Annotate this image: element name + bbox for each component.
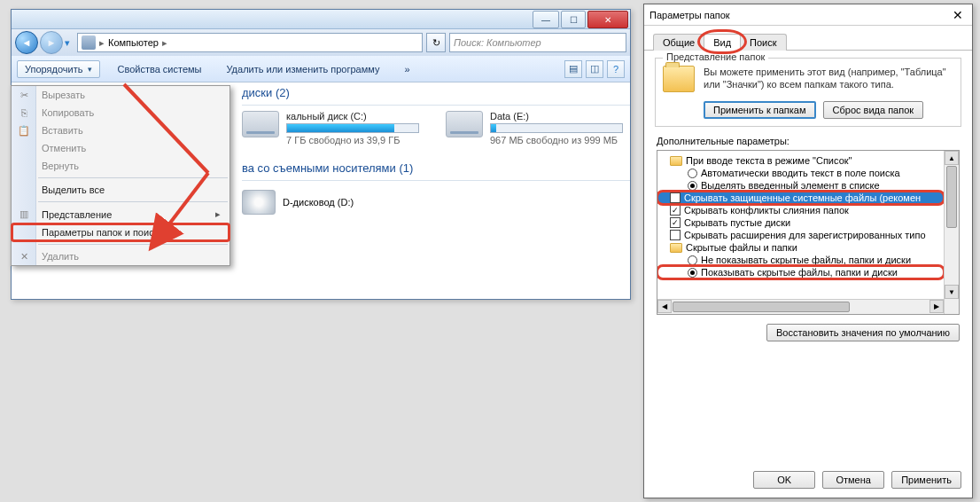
computer-icon xyxy=(82,35,96,50)
tree-group-hidden: Скрытые файлы и папки xyxy=(657,241,944,254)
cut-icon: ✂ xyxy=(17,88,31,102)
paste-icon: 📋 xyxy=(17,123,31,137)
uninstall-program-button[interactable]: Удалить или изменить программу xyxy=(218,60,387,78)
menu-redo[interactable]: Вернуть xyxy=(12,157,229,175)
drive-free: 967 МБ свободно из 999 МБ xyxy=(490,135,623,145)
section-removable[interactable]: ва со съемными носителями (1) xyxy=(242,158,630,180)
tree-show-hidden[interactable]: Показывать скрытые файлы, папки и диски xyxy=(657,266,944,278)
chevron-icon: ▸ xyxy=(99,37,105,49)
breadcrumb[interactable]: ▸ Компьютер ▸ xyxy=(77,33,423,52)
drive-c[interactable]: кальный диск (C:) 7 ГБ свободно из 39,9 … xyxy=(242,111,419,145)
scroll-thumb[interactable] xyxy=(673,302,850,312)
capacity-bar xyxy=(490,123,623,133)
tab-bar: Общие Вид Поиск xyxy=(644,26,972,51)
apply-button[interactable]: Применить xyxy=(891,471,961,489)
radio-icon[interactable] xyxy=(688,268,697,278)
reset-folders-button[interactable]: Сброс вида папок xyxy=(823,101,924,119)
menu-cut[interactable]: ✂Вырезать xyxy=(12,86,229,104)
address-bar: ◄ ► ▾ ▸ Компьютер ▸ ↻ Поиск: Компьютер xyxy=(12,29,630,56)
help-button[interactable]: ? xyxy=(607,60,625,78)
menu-copy[interactable]: ⎘Копировать xyxy=(12,104,229,122)
dvd-label: D-дисковод (D:) xyxy=(283,197,354,208)
tree-group-list-typing: При вводе текста в режиме "Список" xyxy=(657,154,944,167)
tree-hide-merge[interactable]: Скрывать конфликты слияния папок xyxy=(657,204,944,216)
drive-e[interactable]: Data (E:) 967 МБ свободно из 999 МБ xyxy=(446,111,623,145)
capacity-bar xyxy=(286,123,419,133)
delete-icon: ✕ xyxy=(17,249,31,263)
dialog-titlebar: Параметры папок ✕ xyxy=(644,4,972,26)
drive-name: кальный диск (C:) xyxy=(286,111,419,122)
horizontal-scrollbar[interactable]: ◀ ▶ xyxy=(657,299,944,314)
menu-folder-options[interactable]: Параметры папок и поиска xyxy=(12,224,229,241)
radio-icon[interactable] xyxy=(688,255,697,265)
drive-icon xyxy=(242,111,279,137)
folder-icon xyxy=(670,243,682,253)
scroll-down-button[interactable]: ▼ xyxy=(945,285,959,299)
dialog-title: Параметры папок xyxy=(649,10,730,20)
tree-dont-show-hidden[interactable]: Не показывать скрытые файлы, папки и дис… xyxy=(657,254,944,266)
radio-icon[interactable] xyxy=(688,169,697,178)
copy-icon: ⎘ xyxy=(17,106,31,120)
scroll-thumb[interactable] xyxy=(946,166,957,228)
system-properties-button[interactable]: Свойства системы xyxy=(109,60,209,78)
radio-icon[interactable] xyxy=(688,181,697,191)
scroll-left-button[interactable]: ◀ xyxy=(657,300,672,313)
organize-button[interactable]: Упорядочить xyxy=(17,60,100,78)
tree-hide-protected[interactable]: Скрывать защищенные системные файлы (рек… xyxy=(657,192,944,204)
back-button[interactable]: ◄ xyxy=(15,31,38,54)
breadcrumb-root[interactable]: Компьютер xyxy=(108,37,159,48)
close-button[interactable]: ✕ xyxy=(587,11,628,28)
layout-icon: ▥ xyxy=(17,208,31,222)
menu-select-all[interactable]: Выделить все xyxy=(12,181,229,199)
title-bar: — ☐ ✕ xyxy=(12,10,630,29)
tree-hide-empty[interactable]: Скрывать пустые диски xyxy=(657,216,944,229)
folder-icon xyxy=(663,66,695,92)
preview-pane-button[interactable]: ◫ xyxy=(586,60,603,78)
forward-button[interactable]: ► xyxy=(40,31,63,54)
drive-name: Data (E:) xyxy=(490,111,623,122)
dvd-icon xyxy=(242,190,276,215)
advanced-label: Дополнительные параметры: xyxy=(657,136,960,146)
view-mode-button[interactable]: ▤ xyxy=(564,60,582,78)
folder-options-dialog: Параметры папок ✕ Общие Вид Поиск Предст… xyxy=(643,4,973,498)
dialog-close-button[interactable]: ✕ xyxy=(949,8,967,22)
ok-button[interactable]: OK xyxy=(753,471,815,489)
dvd-drive[interactable]: D-дисковод (D:) xyxy=(242,186,630,215)
search-input[interactable]: Поиск: Компьютер xyxy=(449,33,626,52)
submenu-arrow-icon: ▸ xyxy=(215,208,221,220)
scroll-up-button[interactable]: ▲ xyxy=(945,151,959,165)
organize-menu: ✂Вырезать ⎘Копировать 📋Вставить Отменить… xyxy=(11,85,230,266)
tree-auto-search[interactable]: Автоматически вводить текст в поле поиск… xyxy=(657,167,944,179)
chevron-icon: ▸ xyxy=(162,37,167,49)
refresh-button[interactable]: ↻ xyxy=(426,33,446,52)
vertical-scrollbar[interactable]: ▲ ▼ xyxy=(944,151,959,314)
history-dropdown[interactable]: ▾ xyxy=(65,32,75,53)
drive-icon xyxy=(446,111,483,137)
minimize-button[interactable]: — xyxy=(533,11,559,28)
maximize-button[interactable]: ☐ xyxy=(561,11,586,28)
section-hard-drives[interactable]: диски (2) xyxy=(242,82,630,105)
toolbar: Упорядочить Свойства системы Удалить или… xyxy=(12,56,630,82)
checkbox-icon[interactable] xyxy=(670,192,681,203)
folder-view-group: Представление папок Вы можете применить … xyxy=(655,58,961,127)
cancel-button[interactable]: Отмена xyxy=(822,471,884,489)
tree-select-entered[interactable]: Выделять введенный элемент в списке xyxy=(657,179,944,192)
tree-hide-ext[interactable]: Скрывать расширения для зарегистрированн… xyxy=(657,229,944,241)
menu-paste[interactable]: 📋Вставить xyxy=(12,122,229,139)
folder-view-desc: Вы можете применить этот вид (например, … xyxy=(704,66,953,92)
tab-view[interactable]: Вид xyxy=(704,34,741,51)
checkbox-icon[interactable] xyxy=(670,205,681,216)
advanced-settings-tree[interactable]: При вводе текста в режиме "Список" Автом… xyxy=(657,150,960,315)
restore-defaults-button[interactable]: Восстановить значения по умолчанию xyxy=(766,324,960,341)
checkbox-icon[interactable] xyxy=(670,230,681,240)
menu-layout[interactable]: ▥Представление▸ xyxy=(12,205,229,224)
apply-to-folders-button[interactable]: Применить к папкам xyxy=(704,101,816,119)
folder-icon xyxy=(670,156,682,166)
drive-free: 7 ГБ свободно из 39,9 ГБ xyxy=(286,135,419,145)
checkbox-icon[interactable] xyxy=(670,217,681,228)
menu-delete[interactable]: ✕Удалить xyxy=(12,247,229,265)
scroll-right-button[interactable]: ▶ xyxy=(929,300,944,313)
menu-undo[interactable]: Отменить xyxy=(12,139,229,157)
more-commands-button[interactable]: » xyxy=(396,60,417,78)
